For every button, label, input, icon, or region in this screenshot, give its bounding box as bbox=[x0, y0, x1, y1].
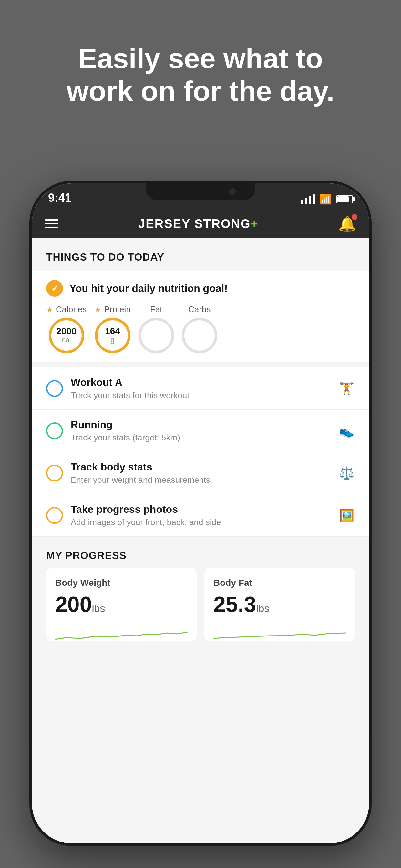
task-photos-text: Take progress photos Add images of your … bbox=[71, 503, 330, 527]
goal-text: You hit your daily nutrition goal! bbox=[69, 283, 227, 294]
menu-button[interactable] bbox=[45, 219, 58, 228]
protein-circle: 164 g bbox=[95, 318, 130, 353]
task-workout-title: Workout A bbox=[71, 376, 330, 389]
carbs-circle bbox=[182, 318, 217, 353]
task-workout-a[interactable]: Workout A Track your stats for this work… bbox=[32, 368, 369, 410]
signal-bar-3 bbox=[309, 196, 311, 204]
phone-notch bbox=[146, 183, 255, 200]
hamburger-line-1 bbox=[45, 219, 58, 221]
body-weight-sparkline bbox=[55, 622, 188, 641]
body-fat-card[interactable]: Body Fat 25.3lbs bbox=[204, 568, 355, 641]
photo-icon: 🖼️ bbox=[338, 507, 355, 524]
task-circle-workout bbox=[46, 380, 63, 397]
task-body-stats[interactable]: Track body stats Enter your weight and m… bbox=[32, 452, 369, 494]
task-body-stats-subtitle: Enter your weight and measurements bbox=[71, 475, 330, 485]
camera-notch bbox=[229, 188, 236, 195]
task-workout-subtitle: Track your stats for this workout bbox=[71, 391, 330, 400]
notification-bell-button[interactable]: 🔔 bbox=[338, 215, 356, 232]
app-content: THINGS TO DO TODAY ✓ You hit your daily … bbox=[32, 238, 369, 843]
task-running-text: Running Track your stats (target: 5km) bbox=[71, 419, 330, 443]
body-fat-value-row: 25.3lbs bbox=[213, 593, 346, 615]
protein-label-row: ★ Protein bbox=[94, 305, 130, 314]
fat-label: Fat bbox=[150, 305, 162, 314]
scale-icon: ⚖️ bbox=[338, 465, 355, 482]
signal-bar-2 bbox=[305, 198, 307, 204]
task-circle-body-stats bbox=[46, 465, 63, 482]
calories-unit: cal bbox=[62, 336, 71, 344]
body-weight-label: Body Weight bbox=[55, 578, 188, 588]
calories-star-icon: ★ bbox=[46, 305, 53, 314]
body-weight-unit: lbs bbox=[92, 602, 105, 614]
phone-shell: 9:41 📶 JERSEY bbox=[29, 181, 372, 846]
task-running-title: Running bbox=[71, 419, 330, 431]
nutrition-calories: ★ Calories 2000 cal bbox=[46, 305, 87, 353]
task-circle-photos bbox=[46, 507, 63, 524]
kettlebell-icon: 🏋️ bbox=[338, 380, 355, 397]
task-running[interactable]: Running Track your stats (target: 5km) 👟 bbox=[32, 410, 369, 452]
my-progress-section: MY PROGRESS Body Weight 200lbs bbox=[32, 537, 369, 641]
task-workout-text: Workout A Track your stats for this work… bbox=[71, 376, 330, 400]
task-progress-photos[interactable]: Take progress photos Add images of your … bbox=[32, 494, 369, 537]
nutrition-protein: ★ Protein 164 g bbox=[94, 305, 130, 353]
body-weight-value-row: 200lbs bbox=[55, 593, 188, 615]
task-body-stats-text: Track body stats Enter your weight and m… bbox=[71, 461, 330, 485]
logo-plus: + bbox=[251, 217, 258, 230]
task-running-subtitle: Track your stats (target: 5km) bbox=[71, 433, 330, 443]
headline: Easily see what to work on for the day. bbox=[0, 42, 401, 107]
nutrition-fat: Fat bbox=[138, 305, 174, 353]
protein-star-icon: ★ bbox=[94, 305, 101, 314]
check-circle: ✓ bbox=[46, 280, 63, 297]
calories-label-row: ★ Calories bbox=[46, 305, 87, 314]
fat-label-row: Fat bbox=[150, 305, 162, 314]
protein-label: Protein bbox=[104, 305, 130, 314]
task-body-stats-title: Track body stats bbox=[71, 461, 330, 473]
body-weight-value: 200 bbox=[55, 592, 92, 616]
phone-inner: 9:41 📶 JERSEY bbox=[32, 183, 369, 843]
hamburger-line-3 bbox=[45, 227, 58, 228]
nutrition-carbs: Carbs bbox=[182, 305, 217, 353]
body-fat-value: 25.3 bbox=[213, 592, 256, 616]
shoe-icon: 👟 bbox=[338, 423, 355, 439]
calories-label: Calories bbox=[56, 305, 87, 314]
status-time: 9:41 bbox=[48, 191, 71, 205]
body-weight-chart bbox=[55, 622, 188, 641]
signal-icon bbox=[301, 194, 315, 204]
body-fat-chart bbox=[213, 622, 346, 641]
body-fat-label: Body Fat bbox=[213, 578, 346, 588]
my-progress-title: MY PROGRESS bbox=[46, 550, 355, 562]
wifi-icon: 📶 bbox=[320, 193, 332, 205]
headline-line2: work on for the day. bbox=[66, 75, 335, 107]
task-photos-title: Take progress photos bbox=[71, 503, 330, 516]
task-circle-running bbox=[46, 423, 63, 439]
protein-unit: g bbox=[111, 336, 114, 344]
protein-value: 164 bbox=[105, 327, 120, 336]
signal-bar-1 bbox=[301, 200, 304, 204]
battery-fill bbox=[337, 196, 349, 202]
goal-check-row: ✓ You hit your daily nutrition goal! bbox=[46, 280, 355, 297]
carbs-label: Carbs bbox=[188, 305, 211, 314]
progress-cards: Body Weight 200lbs Body Fat bbox=[46, 568, 355, 641]
checkmark-icon: ✓ bbox=[51, 283, 58, 294]
notification-badge bbox=[351, 214, 358, 220]
body-fat-unit: lbs bbox=[256, 602, 269, 614]
battery-icon bbox=[336, 195, 353, 204]
fat-circle bbox=[138, 318, 174, 353]
carbs-label-row: Carbs bbox=[188, 305, 211, 314]
nutrition-goal-card[interactable]: ✓ You hit your daily nutrition goal! ★ C… bbox=[32, 271, 369, 362]
things-to-do-section-title: THINGS TO DO TODAY bbox=[32, 238, 369, 271]
body-fat-sparkline bbox=[213, 622, 346, 641]
signal-bar-4 bbox=[312, 194, 315, 204]
status-icons: 📶 bbox=[301, 193, 353, 205]
app-header: JERSEY STRONG+ 🔔 bbox=[32, 209, 369, 238]
body-weight-card[interactable]: Body Weight 200lbs bbox=[46, 568, 197, 641]
logo-text: JERSEY STRONG bbox=[138, 217, 251, 230]
task-photos-subtitle: Add images of your front, back, and side bbox=[71, 517, 330, 527]
nutrition-circles: ★ Calories 2000 cal ★ Protein bbox=[46, 305, 355, 353]
hamburger-line-2 bbox=[45, 223, 58, 224]
calories-circle: 2000 cal bbox=[49, 318, 84, 353]
calories-value: 2000 bbox=[57, 327, 76, 336]
headline-line1: Easily see what to bbox=[78, 42, 323, 74]
app-logo: JERSEY STRONG+ bbox=[58, 217, 338, 231]
